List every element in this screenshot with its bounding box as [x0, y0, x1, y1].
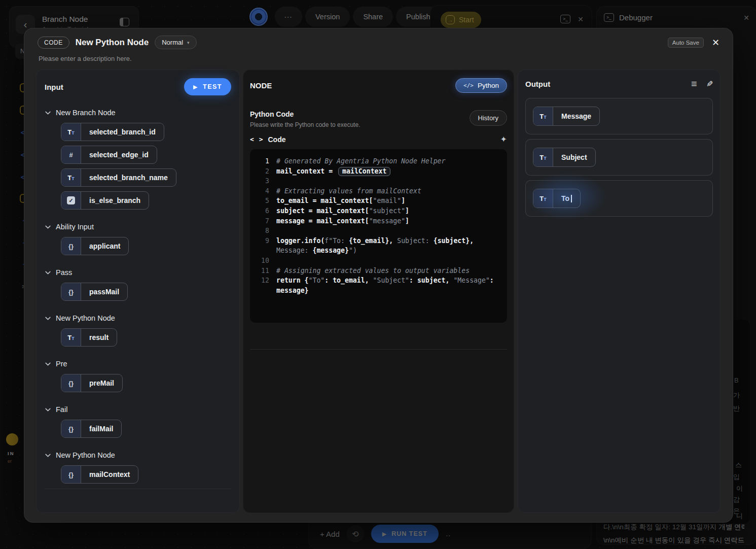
add-button[interactable]: + Add — [320, 530, 340, 538]
chevron-down-icon — [45, 452, 51, 459]
output-field-card[interactable]: TTTo — [525, 180, 713, 217]
output-field-card[interactable]: TTSubject — [525, 139, 713, 176]
variable-chip[interactable]: ✓is_else_branch — [61, 191, 149, 210]
history-button[interactable]: History — [470, 110, 507, 126]
input-group-header[interactable]: Pass — [45, 268, 231, 277]
input-panel: Input ▶ TEST New Branch NodeTTselected_b… — [36, 70, 240, 513]
variable-chip[interactable]: #selected_edge_id — [61, 146, 157, 164]
more-options-button[interactable]: ⋯ — [275, 7, 302, 27]
line-number: 7 — [258, 216, 269, 226]
code-brackets-icon: < > — [250, 135, 263, 143]
code-token: "subject" — [369, 207, 405, 215]
sidebar-toggle-icon[interactable] — [120, 18, 129, 26]
line-content: # Generated By Agentria Python Node Help… — [276, 156, 499, 166]
debugger-close-icon[interactable]: ✕ — [743, 14, 749, 22]
code-token: "Subject" — [373, 277, 409, 284]
input-group-header[interactable]: Pre — [45, 360, 231, 368]
code-token: : to_email, — [325, 277, 373, 284]
bottom-action-bar: + Add ⟲ ▶ RUN TEST ‥ — [308, 519, 591, 549]
variable-chip-label: mailContext — [81, 466, 138, 483]
line-content: # Extracting values from mailContext — [276, 186, 499, 196]
variable-chip-label: result — [81, 329, 117, 346]
variable-chip-label: passMail — [81, 283, 127, 300]
debugger-log-line: \n\n예비 순번 내 변동이 있을 경우 즉시 연락드리 — [603, 536, 744, 545]
history-refresh-button[interactable]: ⟲ — [347, 525, 364, 542]
start-arrow-icon: → — [446, 15, 455, 24]
variable-chip[interactable]: {}failMail — [61, 420, 122, 438]
input-group-header[interactable]: New Python Node — [45, 451, 231, 459]
input-group-label: Pass — [56, 268, 72, 277]
line-number: 9 — [258, 236, 269, 256]
clipped-text-fragment: B — [734, 376, 739, 384]
output-field-card[interactable]: TTMessage — [525, 98, 713, 134]
mode-dropdown[interactable]: Normal ▾ — [155, 36, 196, 49]
input-group: Fail{}failMail — [45, 405, 231, 438]
code-token: mail_context = — [276, 167, 337, 175]
app-canvas: ‹ Branch Node Agentria Tutorial ⋯ Versio… — [0, 0, 756, 549]
code-section-label: Code — [268, 135, 285, 144]
close-icon[interactable]: ✕ — [578, 15, 584, 23]
input-group-header[interactable]: New Python Node — [45, 314, 231, 322]
python-code-hint: Please write the Python code to execute. — [250, 121, 360, 128]
edit-pencil-icon[interactable]: ✎ — [706, 79, 713, 89]
code-line: 2mail_context = mailContext — [258, 166, 499, 177]
variable-chip[interactable]: TTMessage — [533, 107, 600, 126]
start-node-tab[interactable]: → Start — [441, 12, 481, 28]
line-number: 8 — [258, 226, 269, 236]
code-token: Subject: — [393, 237, 433, 245]
run-test-button[interactable]: ▶ RUN TEST — [371, 525, 439, 543]
line-number: 1 — [258, 156, 269, 166]
clipped-text-fragment: 니 — [736, 511, 743, 521]
more-dots-icon[interactable]: ‥ — [446, 529, 451, 538]
share-button[interactable]: Share — [353, 7, 393, 27]
back-chevron-icon: ‹ — [24, 19, 27, 30]
code-token: , — [470, 237, 474, 245]
code-token: message = mail_context[ — [276, 217, 369, 225]
line-content — [276, 176, 499, 186]
code-line: 7message = mail_context["message"] — [258, 216, 499, 226]
variable-chip[interactable]: {}preMail — [61, 374, 123, 392]
input-group: Pre{}preMail — [45, 360, 231, 392]
code-token: subject = mail_context[ — [276, 207, 369, 215]
app-logo — [249, 8, 268, 26]
variable-chip[interactable]: TTselected_branch_id — [61, 123, 164, 141]
code-token: to_email = mail_context[ — [276, 197, 373, 204]
input-group: New Python NodeTTresult — [45, 314, 231, 347]
description-placeholder[interactable]: Please enter a description here. — [39, 55, 132, 62]
canvas-node-fragment — [6, 433, 18, 445]
line-content: # Assigning extracted values to output v… — [276, 266, 499, 276]
variable-chip[interactable]: TTSubject — [533, 148, 596, 167]
variable-chip-label: To — [553, 189, 580, 208]
code-token: # Assigning extracted values to output v… — [276, 267, 470, 274]
modal-close-icon[interactable]: ✕ — [712, 37, 719, 48]
variable-chip[interactable]: TTselected_branch_name — [61, 168, 176, 187]
text-type-icon: TT — [533, 148, 553, 166]
ai-sparkle-button[interactable]: ✦ — [500, 134, 507, 144]
variable-chip[interactable]: {}mailContext — [61, 465, 138, 484]
language-badge[interactable]: </> Python — [455, 78, 507, 93]
input-group-label: Pre — [56, 360, 67, 368]
version-button[interactable]: Version — [305, 7, 350, 27]
clipped-text-fragment: 반 — [733, 404, 740, 413]
code-token: "Message" — [453, 277, 489, 284]
reorder-list-icon[interactable]: ≡ — [691, 78, 697, 90]
number-type-icon: # — [61, 146, 81, 163]
input-group-header[interactable]: Ability Input — [45, 223, 231, 231]
line-number: 12 — [258, 276, 269, 295]
code-token: logger.info( — [276, 237, 325, 245]
input-group-header[interactable]: New Branch Node — [45, 109, 231, 117]
variable-chip[interactable]: TTresult — [61, 328, 117, 347]
code-token: {to_email} — [349, 237, 389, 245]
code-editor[interactable]: 1# Generated By Agentria Python Node Hel… — [250, 149, 507, 323]
canvas-node-label: IN — [8, 451, 15, 456]
input-group-label: New Python Node — [56, 314, 115, 322]
variable-chip-label: selected_branch_name — [81, 169, 176, 186]
code-tag-icon: </> — [463, 82, 474, 89]
clipped-text-fragment: 이 — [736, 484, 743, 493]
output-panel: Output ≡ ✎ TTMessageTTSubjectTTTo — [518, 70, 721, 513]
input-group-header[interactable]: Fail — [45, 405, 231, 414]
variable-chip[interactable]: TTTo — [533, 189, 581, 208]
test-button[interactable]: ▶ TEST — [184, 78, 231, 95]
variable-chip[interactable]: {}passMail — [61, 283, 128, 301]
variable-chip[interactable]: {}applicant — [61, 237, 129, 255]
